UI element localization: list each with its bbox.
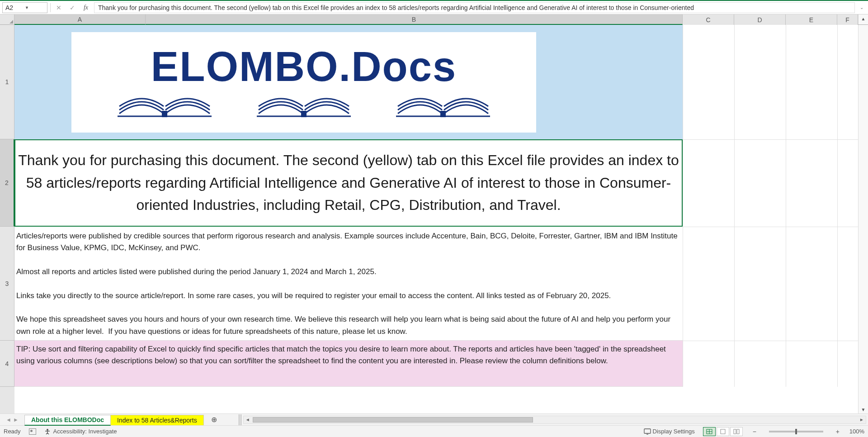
book-icon <box>115 92 214 119</box>
vertical-scrollbar[interactable]: ▲ <box>858 14 868 24</box>
column-header-a[interactable]: A <box>14 14 146 25</box>
scroll-up-icon[interactable]: ▲ <box>859 14 868 23</box>
zoom-slider[interactable] <box>769 431 823 432</box>
column-header-d[interactable]: D <box>734 14 786 25</box>
svg-rect-3 <box>301 111 307 117</box>
rows-container: 1 2 3 4 ELOMBO.Docs <box>0 25 868 413</box>
page-layout-icon <box>720 429 726 434</box>
row-header-4[interactable]: 4 <box>0 341 14 387</box>
hscroll-track[interactable] <box>252 417 858 423</box>
macro-recording-icon[interactable] <box>29 428 36 435</box>
vertical-scrollbar-track[interactable]: ▼ <box>858 25 868 413</box>
svg-point-6 <box>47 429 48 431</box>
accessibility-status[interactable]: Accessibility: Investigate <box>44 428 117 435</box>
divider <box>50 3 51 12</box>
status-bar: Ready Accessibility: Investigate Display… <box>0 425 868 437</box>
logo-card: ELOMBO.Docs <box>71 32 536 133</box>
sheet-tab-bar: ◄ ► About this ELOMBODoc Index to 58 Art… <box>0 413 868 425</box>
name-box-dropdown-icon[interactable]: ▼ <box>25 5 44 10</box>
horizontal-scrollbar[interactable]: ◄ ► <box>243 416 866 424</box>
row-header-1[interactable]: 1 <box>0 25 14 139</box>
cells-area[interactable]: ELOMBO.Docs <box>14 25 858 413</box>
view-page-layout-button[interactable] <box>717 427 729 436</box>
column-header-b[interactable]: B <box>146 14 683 25</box>
grid-view-icon <box>706 429 712 434</box>
body-text-cell[interactable]: Articles/reports were published by credi… <box>14 227 683 341</box>
expand-formula-bar-icon[interactable]: ⌄ <box>858 2 866 13</box>
view-page-break-button[interactable] <box>730 427 743 436</box>
svg-rect-13 <box>734 429 736 434</box>
status-ready: Ready <box>4 428 21 435</box>
logo-cell: ELOMBO.Docs <box>14 25 683 139</box>
svg-rect-1 <box>162 111 167 117</box>
cell-reference: A2 <box>5 4 25 11</box>
column-headers: A B C D E F ▲ <box>0 14 868 25</box>
empty-cells-right[interactable] <box>683 25 858 387</box>
row-headers: 1 2 3 4 <box>0 25 14 413</box>
row-header-3[interactable]: 3 <box>0 227 14 341</box>
intro-message-text: Thank you for purchasing this document. … <box>18 149 679 217</box>
column-header-e[interactable]: E <box>786 14 837 25</box>
scrollbar-track[interactable] <box>859 25 868 405</box>
sheet-tab-about[interactable]: About this ELOMBODoc <box>24 415 111 426</box>
formula-bar: A2 ▼ ✕ ✓ fx Thank you for purchasing thi… <box>0 1 868 14</box>
insert-function-icon[interactable]: fx <box>80 2 91 13</box>
row-header-2[interactable]: 2 <box>0 139 14 227</box>
svg-rect-7 <box>644 429 651 433</box>
cancel-formula-icon[interactable]: ✕ <box>53 2 64 13</box>
formula-input[interactable]: Thank you for purchasing this document. … <box>94 2 855 13</box>
body-text: Articles/reports were published by credi… <box>16 232 679 336</box>
view-buttons <box>703 427 743 436</box>
tab-nav-prev-icon[interactable]: ◄ <box>5 417 12 423</box>
accessibility-label: Accessibility: Investigate <box>53 428 117 435</box>
scroll-right-icon[interactable]: ► <box>858 417 866 422</box>
brand-title: ELOMBO.Docs <box>151 46 457 87</box>
formula-text: Thank you for purchasing this document. … <box>98 4 694 11</box>
display-settings-button[interactable]: Display Settings <box>644 428 695 435</box>
sheet-tab-index[interactable]: Index to 58 Articles&Reports <box>110 415 204 426</box>
svg-rect-12 <box>721 429 725 434</box>
column-header-c[interactable]: C <box>683 14 734 25</box>
display-settings-label: Display Settings <box>653 428 695 435</box>
tip-cell[interactable]: TIP: Use sort and filtering capability o… <box>14 341 683 387</box>
view-normal-button[interactable] <box>703 427 716 436</box>
hscroll-thumb[interactable] <box>253 417 533 423</box>
select-all-corner[interactable] <box>0 14 14 25</box>
sheet-tabs: About this ELOMBODoc Index to 58 Article… <box>24 414 203 426</box>
svg-rect-5 <box>440 111 446 117</box>
spreadsheet-grid: A B C D E F ▲ 1 2 3 4 ELOMBO.Docs <box>0 14 868 413</box>
name-box[interactable]: A2 ▼ <box>2 2 47 13</box>
tip-text: TIP: Use sort and filtering capability o… <box>16 345 666 365</box>
display-settings-icon <box>644 428 651 435</box>
zoom-slider-thumb[interactable] <box>795 429 797 434</box>
zoom-in-button[interactable]: + <box>834 428 841 435</box>
intro-message-cell[interactable]: Thank you for purchasing this document. … <box>14 139 683 227</box>
zoom-level[interactable]: 100% <box>849 428 864 435</box>
accessibility-icon <box>44 428 51 435</box>
column-header-f[interactable]: F <box>837 14 858 25</box>
book-icons-row <box>115 92 493 119</box>
tab-nav-buttons[interactable]: ◄ ► <box>0 417 24 423</box>
confirm-formula-icon[interactable]: ✓ <box>67 2 78 13</box>
page-break-icon <box>733 429 740 434</box>
svg-rect-14 <box>737 429 739 434</box>
book-icon <box>393 92 493 119</box>
book-icon <box>254 92 354 119</box>
tab-split-handle[interactable] <box>239 414 241 425</box>
tab-nav-next-icon[interactable]: ► <box>13 417 19 423</box>
zoom-out-button[interactable]: − <box>751 428 758 435</box>
scroll-down-icon[interactable]: ▼ <box>859 405 868 413</box>
scroll-left-icon[interactable]: ◄ <box>244 417 252 422</box>
add-sheet-button[interactable]: ⊕ <box>208 414 221 425</box>
